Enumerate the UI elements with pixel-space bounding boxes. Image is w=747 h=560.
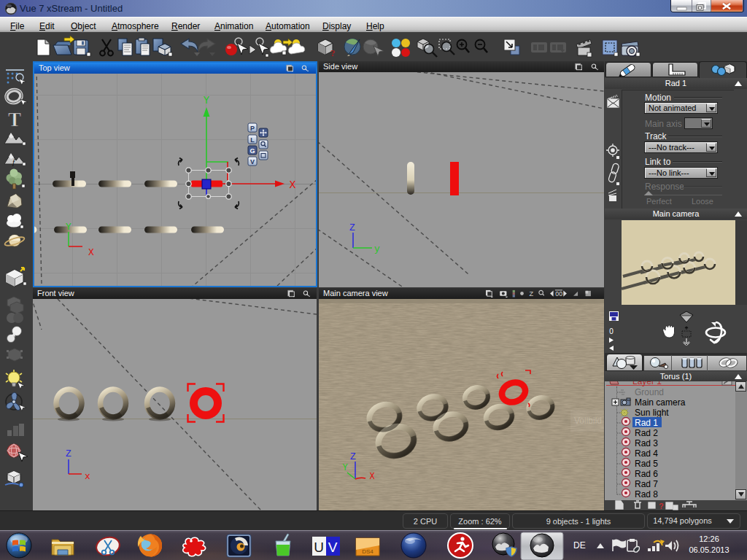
svg-text:Z: Z	[66, 448, 71, 459]
svg-text:V: V	[328, 540, 338, 555]
svg-text:?: ?	[330, 47, 336, 58]
svg-text:Z: Z	[349, 222, 355, 233]
svg-text:G: G	[249, 147, 255, 155]
svg-text:X: X	[369, 472, 374, 482]
svg-text:Z: Z	[350, 451, 356, 462]
svg-text:Y: Y	[342, 463, 347, 473]
svg-text:T: T	[8, 109, 21, 131]
svg-text:00: 00	[555, 290, 562, 298]
svg-text:x: x	[85, 471, 90, 482]
svg-text:V: V	[250, 158, 255, 166]
svg-text:L: L	[250, 136, 255, 144]
svg-text:Vollbild: Vollbild	[574, 416, 602, 426]
svg-text:Y: Y	[66, 222, 71, 233]
svg-text:P: P	[250, 125, 255, 132]
svg-text:X: X	[88, 247, 94, 258]
svg-text:Y: Y	[204, 95, 210, 106]
svg-text:DS4: DS4	[362, 548, 374, 555]
svg-text:?: ?	[659, 502, 664, 510]
svg-text:U: U	[314, 540, 324, 555]
svg-text:X: X	[289, 179, 295, 192]
svg-text:Z: Z	[530, 290, 534, 298]
svg-text:y: y	[374, 244, 380, 254]
svg-text:0: 0	[609, 327, 614, 335]
